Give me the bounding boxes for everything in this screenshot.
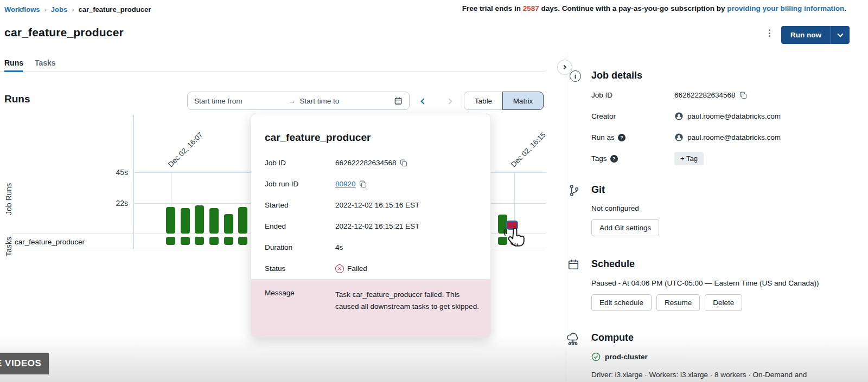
schedule-buttons: Edit schedule Resume Delete xyxy=(591,294,742,311)
git-status: Not configured xyxy=(591,204,639,212)
active-tab-underline xyxy=(4,70,23,72)
trial-text: days. Continue with a pay-as-you-go subs… xyxy=(539,4,727,12)
schedule-heading: Schedule xyxy=(591,258,635,270)
task-cell-success[interactable] xyxy=(195,237,204,245)
add-tag-button[interactable]: + Tag xyxy=(674,152,704,165)
breadcrumb-current: car_feature_producer xyxy=(79,5,151,14)
run-bar[interactable] xyxy=(195,205,204,234)
cluster-row: prod-cluster xyxy=(591,352,648,361)
creator-value: paul.roome@databricks.com xyxy=(687,112,781,120)
info-icon: i xyxy=(570,70,581,82)
y-axis-label-tasks: Tasks xyxy=(4,237,13,256)
trial-text: . xyxy=(844,4,846,12)
popup-title: car_feature_producer xyxy=(265,132,371,144)
job-details-rows: Job ID 662622282634568 Creator paul.room… xyxy=(591,85,852,169)
popup-row-status: Status ✕ Failed xyxy=(265,258,479,279)
compute-cluster-icon xyxy=(565,332,580,346)
popup-message-label: Message xyxy=(265,289,335,337)
breadcrumb-separator: › xyxy=(44,5,47,14)
runs-heading: Runs xyxy=(4,93,30,105)
billing-information-link[interactable]: providing your billing information xyxy=(727,4,844,12)
y-tick-45s: 45s xyxy=(106,168,128,177)
trial-banner: Free trial ends in 2587 days. Continue w… xyxy=(462,4,846,12)
user-icon xyxy=(674,133,684,142)
add-git-settings-button[interactable]: Add Git settings xyxy=(591,219,659,236)
compute-heading: Compute xyxy=(591,332,634,344)
run-now-label[interactable]: Run now xyxy=(781,26,831,44)
previous-page-button[interactable] xyxy=(422,96,426,106)
delete-button[interactable]: Delete xyxy=(705,294,742,311)
help-icon[interactable]: ? xyxy=(618,134,626,141)
view-toggle-table[interactable]: Table xyxy=(464,92,503,110)
job-page: Workflows › Jobs › car_feature_producer … xyxy=(0,0,868,382)
popup-row-job-run-id: Job run ID 80920 xyxy=(265,173,479,195)
breadcrumb-workflows-link[interactable]: Workflows xyxy=(4,5,40,14)
run-as-row: Run as ? paul.roome@databricks.com xyxy=(591,127,852,148)
breadcrumb-jobs-link[interactable]: Jobs xyxy=(51,5,67,14)
tab-tasks[interactable]: Tasks xyxy=(35,59,56,67)
popup-duration-value: 4s xyxy=(335,243,343,251)
edit-schedule-button[interactable]: Edit schedule xyxy=(591,294,652,311)
selected-failed-run-marker[interactable] xyxy=(506,221,518,230)
breadcrumb-separator: › xyxy=(72,5,74,14)
start-time-to-placeholder[interactable]: Start time to xyxy=(300,97,390,105)
failed-status-icon: ✕ xyxy=(335,264,344,273)
calendar-icon[interactable] xyxy=(394,96,403,105)
task-cell-success[interactable] xyxy=(224,237,233,245)
trial-days-count: 2587 xyxy=(523,4,539,12)
copy-icon[interactable] xyxy=(400,159,407,167)
task-cell-success[interactable] xyxy=(209,237,219,245)
page-title: car_feature_producer xyxy=(4,26,124,39)
run-bar[interactable] xyxy=(238,207,247,234)
videos-overlay-label: E VIDEOS xyxy=(0,358,41,369)
run-now-button[interactable]: Run now xyxy=(781,26,850,44)
run-as-value: paul.roome@databricks.com xyxy=(687,133,781,141)
git-heading: Git xyxy=(591,184,605,196)
chevron-down-icon xyxy=(837,31,843,37)
copy-icon[interactable] xyxy=(739,92,747,99)
videos-overlay[interactable]: E VIDEOS xyxy=(0,353,49,374)
popup-message-section: Message Task car_feature_producer failed… xyxy=(251,279,490,337)
popup-row-duration: Duration 4s xyxy=(265,237,479,258)
creator-row: Creator paul.roome@databricks.com xyxy=(591,106,852,127)
tab-runs[interactable]: Runs xyxy=(4,59,23,67)
job-details-heading: Job details xyxy=(591,70,642,81)
y-axis-label-job-runs: Job Runs xyxy=(4,183,13,215)
git-branch-icon xyxy=(569,184,580,197)
start-time-from-placeholder[interactable]: Start time from xyxy=(194,97,284,105)
task-cell-success[interactable] xyxy=(166,237,175,245)
kebab-menu-icon[interactable] xyxy=(765,29,774,40)
start-time-range-input[interactable]: Start time from → Start time to xyxy=(187,92,410,110)
run-bar[interactable] xyxy=(224,214,233,234)
run-now-dropdown[interactable] xyxy=(831,26,850,44)
tags-row: Tags ? + Tag xyxy=(591,148,852,169)
copy-icon[interactable] xyxy=(359,180,367,188)
y-tick-22s: 22s xyxy=(106,199,128,208)
task-cell-success[interactable] xyxy=(238,237,247,245)
popup-row-ended: Ended 2022-12-02 16:15:21 EST xyxy=(265,216,479,237)
next-page-button[interactable] xyxy=(447,96,451,106)
task-row-label: car_feature_producer xyxy=(15,238,85,246)
view-toggle-matrix[interactable]: Matrix xyxy=(502,92,544,110)
resume-button[interactable]: Resume xyxy=(656,294,700,311)
popup-row-started: Started 2022-12-02 16:15:16 EST xyxy=(265,195,479,216)
schedule-status-text: Paused - At 04:06 PM (UTC-05:00 — Easter… xyxy=(591,279,819,287)
job-id-value: 662622282634568 xyxy=(674,91,736,99)
help-icon[interactable]: ? xyxy=(610,155,618,163)
breadcrumb: Workflows › Jobs › car_feature_producer xyxy=(4,5,151,14)
job-id-row: Job ID 662622282634568 xyxy=(591,85,852,106)
y-axis-line xyxy=(133,115,134,249)
user-icon xyxy=(674,112,684,121)
cluster-name[interactable]: prod-cluster xyxy=(605,353,648,361)
popup-started-value: 2022-12-02 16:15:16 EST xyxy=(335,201,419,209)
task-cell-failed[interactable] xyxy=(510,237,520,245)
popup-message-text: Task car_feature_producer failed. This c… xyxy=(335,289,483,337)
popup-job-run-id-link[interactable]: 80920 xyxy=(335,180,356,188)
run-bar[interactable] xyxy=(181,208,190,234)
task-cell-success[interactable] xyxy=(498,237,507,245)
task-cell-success[interactable] xyxy=(181,237,190,245)
popup-rows: Job ID 662622282634568 Job run ID 80920 … xyxy=(265,152,479,279)
run-bar[interactable] xyxy=(209,208,219,234)
tab-bar-divider xyxy=(0,72,545,72)
view-toggle: Table Matrix xyxy=(464,92,544,110)
